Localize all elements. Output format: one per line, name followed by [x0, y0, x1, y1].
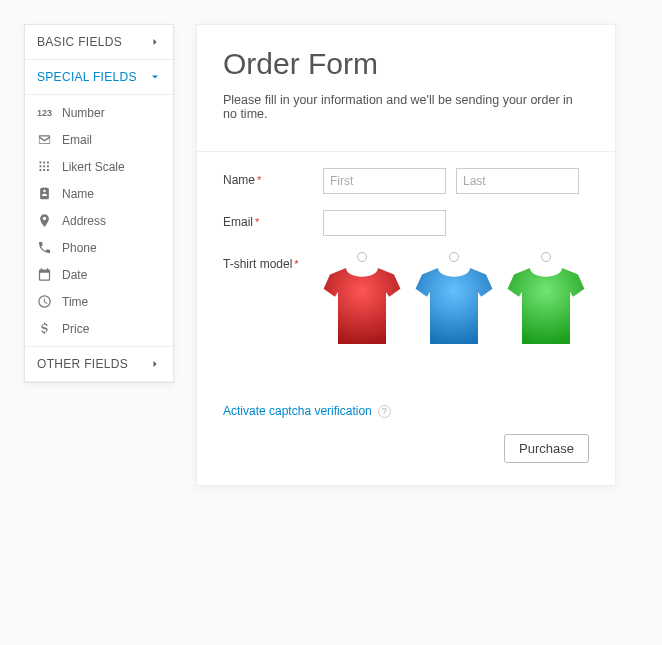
radio-icon[interactable] [357, 252, 367, 262]
tshirt-blue-icon [413, 264, 495, 352]
time-icon [37, 294, 52, 309]
field-label: Date [62, 268, 87, 282]
chevron-down-icon [149, 71, 161, 83]
help-icon[interactable]: ? [378, 405, 391, 418]
tshirt-option-red[interactable] [319, 252, 405, 352]
captcha-link[interactable]: Activate captcha verification [223, 404, 372, 418]
first-name-input[interactable] [323, 168, 446, 194]
section-basic-fields[interactable]: BASIC FIELDS [25, 25, 173, 60]
date-icon [37, 267, 52, 282]
field-label: Number [62, 106, 105, 120]
radio-icon[interactable] [449, 252, 459, 262]
field-item-number[interactable]: 123 Number [25, 99, 173, 126]
field-item-time[interactable]: Time [25, 288, 173, 315]
field-label: Time [62, 295, 88, 309]
price-icon [37, 321, 52, 336]
field-item-date[interactable]: Date [25, 261, 173, 288]
last-name-input[interactable] [456, 168, 579, 194]
chevron-right-icon [149, 358, 161, 370]
field-item-email[interactable]: Email [25, 126, 173, 153]
email-label: Email* [223, 210, 323, 229]
section-special-fields[interactable]: SPECIAL FIELDS [25, 60, 173, 95]
field-label: Address [62, 214, 106, 228]
email-icon [37, 132, 52, 147]
field-item-name[interactable]: Name [25, 180, 173, 207]
field-label: Price [62, 322, 89, 336]
form-panel: Order Form Please fill in your informati… [196, 24, 616, 486]
page-title: Order Form [223, 47, 589, 81]
special-fields-list: 123 Number Email Likert Scale Name Addre… [25, 95, 173, 347]
number-icon: 123 [37, 105, 52, 120]
email-input[interactable] [323, 210, 446, 236]
tshirt-label: T-shirt model* [223, 252, 319, 271]
field-item-price[interactable]: Price [25, 315, 173, 342]
chevron-right-icon [149, 36, 161, 48]
sidebar: BASIC FIELDS SPECIAL FIELDS 123 Number E… [24, 24, 174, 383]
tshirt-option-green[interactable] [503, 252, 589, 352]
section-other-fields[interactable]: OTHER FIELDS [25, 347, 173, 382]
address-icon [37, 213, 52, 228]
field-item-address[interactable]: Address [25, 207, 173, 234]
section-label: OTHER FIELDS [37, 357, 128, 371]
field-item-likert[interactable]: Likert Scale [25, 153, 173, 180]
tshirt-options [319, 252, 589, 352]
purchase-button[interactable]: Purchase [504, 434, 589, 463]
page-subtitle: Please fill in your information and we'l… [223, 93, 589, 121]
field-label: Email [62, 133, 92, 147]
likert-icon [37, 159, 52, 174]
name-icon [37, 186, 52, 201]
tshirt-green-icon [505, 264, 587, 352]
phone-icon [37, 240, 52, 255]
field-item-phone[interactable]: Phone [25, 234, 173, 261]
field-label: Phone [62, 241, 97, 255]
tshirt-option-blue[interactable] [411, 252, 497, 352]
section-label: BASIC FIELDS [37, 35, 122, 49]
radio-icon[interactable] [541, 252, 551, 262]
tshirt-red-icon [321, 264, 403, 352]
field-label: Likert Scale [62, 160, 125, 174]
field-label: Name [62, 187, 94, 201]
name-label: Name* [223, 168, 323, 187]
section-label: SPECIAL FIELDS [37, 70, 137, 84]
